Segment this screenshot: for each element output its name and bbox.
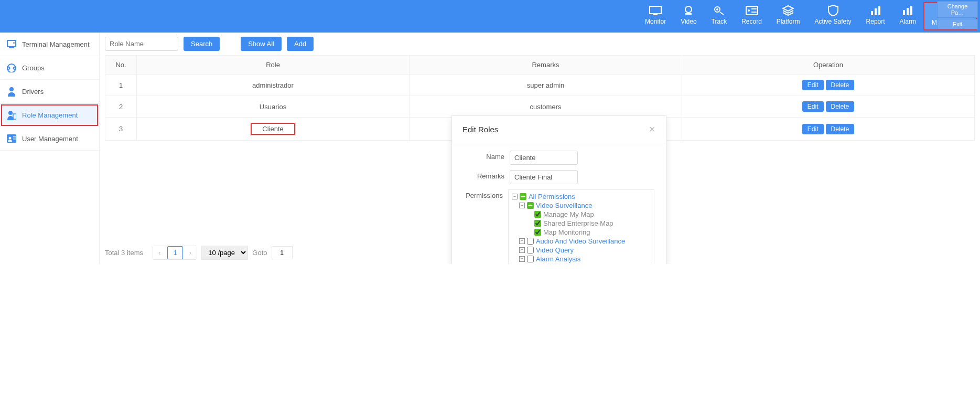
expand-icon[interactable]: − [512, 194, 518, 199]
svg-rect-12 [878, 6, 880, 15]
permissions-tree[interactable]: −All Permissions−Video SurveillanceManag… [508, 189, 654, 264]
expand-icon[interactable]: + [519, 238, 525, 244]
col-no: No. [105, 56, 137, 75]
tree-node[interactable]: +Video Query [512, 246, 651, 255]
svg-rect-15 [910, 6, 912, 15]
name-input[interactable] [510, 151, 578, 165]
delete-button[interactable]: Delete [826, 80, 855, 90]
perm-checkbox[interactable] [527, 238, 534, 245]
edit-button[interactable]: Edit [802, 80, 824, 90]
nav-alarm[interactable]: Alarm [892, 2, 923, 30]
tree-node[interactable]: +Alarm Analysis [512, 255, 651, 263]
col-role: Role [137, 56, 410, 75]
cell-remarks: customers [410, 96, 682, 118]
tree-label[interactable]: Map Monitoring [543, 228, 590, 236]
svg-rect-19 [9, 47, 14, 48]
pager-size-select[interactable]: 10 /page [201, 246, 248, 260]
cell-remarks: super admin [410, 75, 682, 96]
tree-label[interactable]: Alarm Analysis [536, 255, 580, 263]
tree-label[interactable]: All Permissions [529, 193, 575, 200]
tree-node[interactable]: Manage My Map [512, 210, 651, 219]
perm-checkbox[interactable] [527, 202, 534, 209]
delete-button[interactable]: Delete [826, 101, 855, 112]
svg-point-24 [8, 111, 13, 115]
nav-label: Video [681, 18, 696, 25]
search-button[interactable]: Search [184, 37, 220, 51]
perm-checkbox[interactable] [534, 220, 541, 227]
svg-rect-20 [13, 42, 15, 43]
nav-video[interactable]: Video [673, 2, 704, 30]
sidebar-item-terminal[interactable]: Terminal Management [0, 33, 99, 56]
remarks-label: Remarks [464, 170, 510, 180]
add-button[interactable]: Add [287, 37, 314, 51]
tree-node[interactable]: −Platform Function [512, 263, 651, 264]
exit-button[interactable]: Exit [937, 19, 978, 29]
show-all-button[interactable]: Show All [241, 37, 282, 51]
nav-active-safety[interactable]: Active Safety [807, 2, 859, 30]
expand-icon[interactable]: + [519, 256, 525, 262]
perm-checkbox[interactable] [527, 247, 534, 253]
pager-goto-input[interactable] [272, 246, 293, 259]
perm-checkbox[interactable] [527, 256, 534, 262]
change-password-button[interactable]: Change Pa… [937, 1, 978, 18]
nav-record[interactable]: Record [734, 2, 769, 30]
tree-label[interactable]: Manage My Map [543, 210, 594, 218]
modal-title: Edit Roles [462, 125, 498, 134]
nav-platform[interactable]: Platform [769, 2, 807, 30]
nav-monitor[interactable]: Monitor [638, 2, 673, 30]
edit-roles-modal: Edit Roles ✕ Name Remarks Permissions −A… [451, 115, 666, 264]
close-icon[interactable]: ✕ [649, 124, 655, 134]
sidebar-item-drivers[interactable]: Drivers [0, 80, 99, 103]
delete-button[interactable]: Delete [826, 124, 855, 134]
tree-label[interactable]: Video Surveillance [536, 202, 592, 209]
svg-point-23 [9, 87, 14, 91]
nav-report[interactable]: Report [859, 2, 892, 30]
role-name-input[interactable] [105, 37, 178, 51]
tree-node[interactable]: −All Permissions [512, 192, 651, 201]
pager-next[interactable]: › [184, 246, 197, 259]
svg-rect-8 [751, 8, 757, 9]
tree-node[interactable]: Shared Enterprise Map [512, 219, 651, 228]
table-row: 1administradorsuper adminEditDelete [105, 75, 975, 96]
remarks-input[interactable] [510, 170, 578, 184]
tree-label[interactable]: Audio And Video Surveillance [536, 237, 625, 245]
col-operation: Operation [682, 56, 975, 75]
tree-label[interactable]: Video Query [536, 246, 574, 254]
expand-icon[interactable]: + [519, 247, 525, 253]
tree-node[interactable]: Map Monitoring [512, 228, 651, 237]
perm-checkbox[interactable] [534, 211, 541, 218]
sidebar-item-groups[interactable]: Groups [0, 56, 99, 80]
drivers-icon [6, 86, 17, 97]
tree-node[interactable]: −Video Surveillance [512, 201, 651, 210]
terminal-icon [6, 39, 17, 49]
top-buttons: Change Pa… Exit [937, 1, 978, 29]
pager-total: Total 3 items [105, 249, 143, 257]
perm-checkbox[interactable] [534, 229, 541, 236]
alarm-icon [901, 5, 914, 16]
edit-button[interactable]: Edit [802, 124, 824, 134]
permissions-label: Permissions [464, 189, 508, 199]
edit-button[interactable]: Edit [802, 101, 824, 112]
svg-rect-21 [13, 44, 15, 44]
sidebar-item-user[interactable]: User Management [0, 127, 99, 151]
pager-goto-label: Goto [252, 249, 267, 257]
sidebar-item-label: Groups [22, 64, 45, 72]
svg-rect-3 [685, 13, 692, 15]
sidebar-item-label: Terminal Management [22, 40, 90, 48]
active-safety-icon [827, 5, 839, 16]
nav-track[interactable]: Track [704, 2, 735, 30]
tree-label[interactable]: Shared Enterprise Map [543, 219, 613, 227]
sidebar-item-role[interactable]: Role Management [0, 103, 99, 127]
tree-node[interactable]: +Audio And Video Surveillance [512, 237, 651, 246]
pager-prev[interactable]: ‹ [153, 246, 166, 259]
expand-icon[interactable]: − [519, 203, 525, 208]
sidebar-item-label: Role Management [22, 111, 78, 119]
pager-page-1[interactable]: 1 [167, 246, 182, 259]
svg-point-7 [748, 9, 750, 12]
user-icon [6, 133, 17, 144]
nav-label: Record [741, 18, 762, 25]
perm-checkbox[interactable] [520, 193, 526, 200]
svg-rect-29 [13, 139, 16, 140]
sidebar-item-label: Drivers [22, 88, 44, 96]
svg-rect-13 [903, 10, 905, 15]
